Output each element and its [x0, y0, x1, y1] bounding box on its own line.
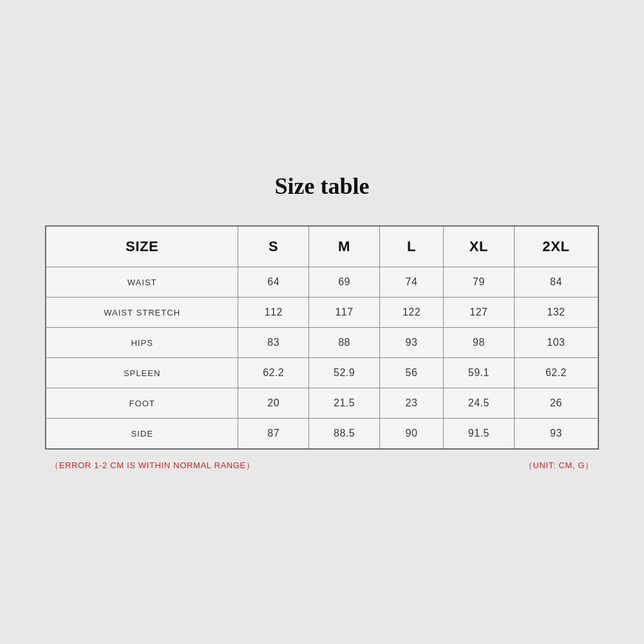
cell-1-0: 112 [238, 298, 309, 328]
header-xl: XL [443, 227, 514, 267]
cell-5-1: 88.5 [309, 419, 380, 449]
row-label-5: SIDE [46, 419, 238, 449]
size-table-wrapper: SIZE S M L XL 2XL WAIST6469747984WAIST S… [45, 225, 599, 450]
cell-0-1: 69 [309, 267, 380, 298]
cell-4-2: 23 [379, 388, 443, 419]
cell-1-2: 122 [379, 298, 443, 328]
cell-4-3: 24.5 [443, 388, 514, 419]
row-label-4: FOOT [46, 388, 238, 419]
table-row: SIDE8788.59091.593 [46, 419, 598, 449]
cell-3-1: 52.9 [309, 358, 380, 388]
table-row: SPLEEN62.252.95659.162.2 [46, 358, 598, 388]
cell-4-1: 21.5 [309, 388, 380, 419]
row-label-3: SPLEEN [46, 358, 238, 388]
header-2xl: 2XL [514, 227, 598, 267]
cell-0-3: 79 [443, 267, 514, 298]
cell-5-3: 91.5 [443, 419, 514, 449]
row-label-1: WAIST STRETCH [46, 298, 238, 328]
page-title: Size table [275, 173, 370, 200]
cell-5-4: 93 [514, 419, 598, 449]
page-container: Size table SIZE S M L XL 2XL WAIST646974… [0, 0, 644, 644]
cell-2-1: 88 [309, 328, 380, 358]
row-label-2: HIPS [46, 328, 238, 358]
cell-2-4: 103 [514, 328, 598, 358]
cell-2-2: 93 [379, 328, 443, 358]
cell-1-4: 132 [514, 298, 598, 328]
cell-4-4: 26 [514, 388, 598, 419]
cell-0-0: 64 [238, 267, 309, 298]
cell-0-4: 84 [514, 267, 598, 298]
table-row: HIPS83889398103 [46, 328, 598, 358]
cell-3-2: 56 [379, 358, 443, 388]
header-s: S [238, 227, 309, 267]
cell-3-0: 62.2 [238, 358, 309, 388]
table-row: WAIST STRETCH112117122127132 [46, 298, 598, 328]
cell-2-0: 83 [238, 328, 309, 358]
table-header-row: SIZE S M L XL 2XL [46, 227, 598, 267]
cell-0-2: 74 [379, 267, 443, 298]
header-size: SIZE [46, 227, 238, 267]
cell-2-3: 98 [443, 328, 514, 358]
footer-note: （ERROR 1-2 CM IS WITHIN NORMAL RANGE） （U… [45, 460, 599, 471]
table-body: WAIST6469747984WAIST STRETCH112117122127… [46, 267, 598, 449]
size-table: SIZE S M L XL 2XL WAIST6469747984WAIST S… [46, 226, 598, 449]
cell-1-1: 117 [309, 298, 380, 328]
table-row: FOOT2021.52324.526 [46, 388, 598, 419]
header-l: L [379, 227, 443, 267]
cell-3-4: 62.2 [514, 358, 598, 388]
cell-1-3: 127 [443, 298, 514, 328]
cell-5-2: 90 [379, 419, 443, 449]
header-m: M [309, 227, 380, 267]
cell-5-0: 87 [238, 419, 309, 449]
cell-3-3: 59.1 [443, 358, 514, 388]
cell-4-0: 20 [238, 388, 309, 419]
row-label-0: WAIST [46, 267, 238, 298]
table-row: WAIST6469747984 [46, 267, 598, 298]
unit-note: （UNIT: CM, G） [524, 460, 594, 471]
error-note: （ERROR 1-2 CM IS WITHIN NORMAL RANGE） [50, 460, 255, 471]
